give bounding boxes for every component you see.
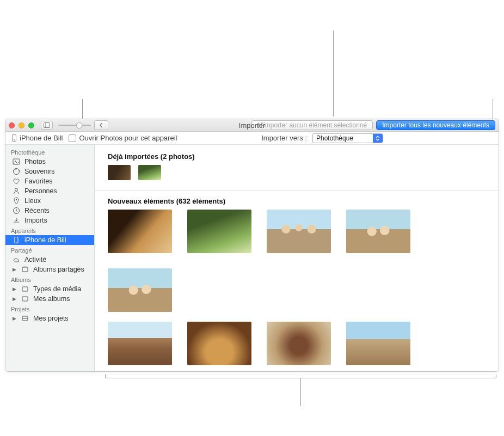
sidebar-item-label: Mes projets bbox=[33, 315, 90, 322]
photo-thumbnail[interactable] bbox=[108, 268, 172, 312]
svg-rect-10 bbox=[22, 267, 28, 272]
import-to-popup[interactable]: Photothèque bbox=[312, 133, 383, 143]
import-to-selected-value: Photothèque bbox=[313, 134, 365, 142]
memories-icon bbox=[12, 168, 21, 175]
photo-thumbnail[interactable] bbox=[108, 210, 172, 253]
sidebar-item-label: Lieux bbox=[24, 197, 90, 205]
svg-rect-0 bbox=[44, 123, 50, 128]
sidebar-item-label: Souvenirs bbox=[24, 168, 90, 175]
photo-thumbnail[interactable] bbox=[108, 322, 172, 365]
photo-thumbnail[interactable] bbox=[187, 322, 251, 365]
svg-rect-12 bbox=[22, 287, 28, 291]
open-on-connect-checkbox[interactable] bbox=[69, 134, 76, 142]
import-all-new-button[interactable]: Importer tous les nouveaux éléments bbox=[376, 120, 495, 130]
disclosure-triangle-icon[interactable]: ▶ bbox=[12, 286, 17, 292]
sidebar-item-recents[interactable]: Récents bbox=[5, 206, 94, 216]
sidebar-item-my-projects[interactable]: ▶ Mes projets bbox=[5, 314, 94, 323]
new-items-thumbnails-row-2 bbox=[108, 322, 489, 371]
titlebar: Importer N'importer aucun élément sélect… bbox=[5, 119, 499, 132]
svg-point-5 bbox=[15, 188, 18, 191]
sidebar-item-imports[interactable]: Imports bbox=[5, 216, 94, 225]
callout-line-new-left-tick bbox=[105, 374, 106, 378]
photo-thumbnail[interactable] bbox=[108, 165, 131, 180]
new-items-heading: Nouveaux éléments (632 éléments) bbox=[108, 197, 489, 205]
sidebar-item-favorites[interactable]: Favorites bbox=[5, 176, 94, 186]
sidebar-section-projects: Projets bbox=[5, 304, 94, 314]
import-subtoolbar: iPhone de Bill Ouvrir Photos pour cet ap… bbox=[5, 132, 499, 145]
window-controls bbox=[9, 122, 34, 128]
sidebar-item-label: Albums partagés bbox=[33, 266, 90, 273]
callout-line-new-stem bbox=[300, 378, 301, 406]
sidebar-section-devices: Appareils bbox=[5, 225, 94, 235]
import-icon bbox=[12, 217, 21, 224]
disclosure-triangle-icon[interactable]: ▶ bbox=[12, 296, 17, 302]
close-window-button[interactable] bbox=[9, 122, 15, 128]
sidebar-item-device-iphone[interactable]: iPhone de Bill bbox=[5, 235, 94, 245]
heart-icon bbox=[12, 177, 21, 185]
svg-point-4 bbox=[14, 169, 20, 175]
sidebar-item-places[interactable]: Lieux bbox=[5, 196, 94, 206]
photo-thumbnail[interactable] bbox=[138, 165, 161, 180]
sidebar-item-my-albums[interactable]: ▶ Mes albums bbox=[5, 294, 94, 304]
already-imported-thumbnails bbox=[108, 165, 489, 180]
sidebar-item-label: Mes albums bbox=[33, 295, 90, 303]
sidebar-item-people[interactable]: Personnes bbox=[5, 186, 94, 196]
import-selected-button[interactable]: N'importer aucun élément sélectionné bbox=[251, 120, 373, 130]
person-icon bbox=[12, 187, 21, 195]
sidebar-item-activity[interactable]: Activité bbox=[5, 255, 94, 265]
sidebar-item-label: iPhone de Bill bbox=[24, 236, 90, 244]
sidebar-item-label: Imports bbox=[24, 217, 90, 224]
album-icon bbox=[21, 295, 29, 303]
device-name: iPhone de Bill bbox=[12, 134, 63, 142]
cloud-icon bbox=[12, 256, 21, 263]
photos-import-window: Importer N'importer aucun élément sélect… bbox=[5, 119, 499, 372]
sidebar-item-label: Personnes bbox=[24, 187, 90, 195]
new-items-thumbnails-row-1 bbox=[108, 210, 489, 312]
section-divider bbox=[95, 190, 499, 191]
photo-thumbnail[interactable] bbox=[267, 322, 331, 365]
project-icon bbox=[21, 315, 29, 322]
photo-thumbnail[interactable] bbox=[267, 210, 331, 253]
sidebar-item-shared-albums[interactable]: ▶ Albums partagés bbox=[5, 265, 94, 274]
sidebar-item-photos[interactable]: Photos bbox=[5, 157, 94, 167]
sidebar-section-albums: Albums bbox=[5, 274, 94, 284]
pin-icon bbox=[12, 197, 21, 205]
photo-thumbnail[interactable] bbox=[187, 210, 251, 253]
sidebar-item-label: Types de média bbox=[33, 285, 90, 293]
sidebar-toggle-button[interactable] bbox=[41, 121, 53, 130]
svg-point-6 bbox=[16, 199, 17, 201]
album-icon bbox=[21, 266, 29, 273]
photo-thumbnail[interactable] bbox=[346, 322, 410, 365]
thumbnail-zoom-slider[interactable] bbox=[58, 125, 91, 126]
minimize-window-button[interactable] bbox=[19, 122, 24, 128]
back-button[interactable] bbox=[94, 120, 108, 130]
callout-line-new-right-tick bbox=[496, 374, 496, 378]
photo-thumbnail[interactable] bbox=[346, 210, 410, 253]
disclosure-triangle-icon[interactable]: ▶ bbox=[12, 267, 17, 272]
sidebar-item-media-types[interactable]: ▶ Types de média bbox=[5, 284, 94, 294]
chevron-updown-icon bbox=[373, 134, 383, 143]
zoom-window-button[interactable] bbox=[28, 122, 34, 128]
sidebar-section-shared: Partagé bbox=[5, 245, 94, 255]
sidebar-item-label: Récents bbox=[24, 207, 90, 214]
disclosure-triangle-icon[interactable]: ▶ bbox=[12, 316, 17, 321]
already-imported-heading: Déjà importées (2 photos) bbox=[108, 152, 489, 161]
svg-rect-11 bbox=[23, 267, 27, 267]
clock-icon bbox=[12, 207, 21, 214]
callout-line-sidebar bbox=[82, 99, 83, 119]
sidebar-item-label: Favorites bbox=[24, 177, 90, 185]
svg-rect-13 bbox=[22, 297, 28, 301]
callout-line-import-to bbox=[333, 30, 334, 116]
sidebar-item-label: Photos bbox=[24, 158, 90, 165]
sidebar-item-label: Activité bbox=[24, 256, 90, 263]
album-icon bbox=[21, 285, 29, 293]
import-content: Déjà importées (2 photos) Nouveaux éléme… bbox=[95, 145, 499, 371]
sidebar-section-library: Photothèque bbox=[5, 147, 94, 157]
open-on-connect-label: Ouvrir Photos pour cet appareil bbox=[79, 134, 177, 142]
device-name-label: iPhone de Bill bbox=[20, 134, 63, 142]
callout-line-import-all bbox=[493, 99, 493, 119]
sidebar: Photothèque Photos Souvenirs Favorites P… bbox=[5, 145, 95, 371]
sidebar-item-memories[interactable]: Souvenirs bbox=[5, 167, 94, 176]
import-to-label: Importer vers : bbox=[261, 134, 307, 142]
svg-point-9 bbox=[16, 242, 17, 243]
